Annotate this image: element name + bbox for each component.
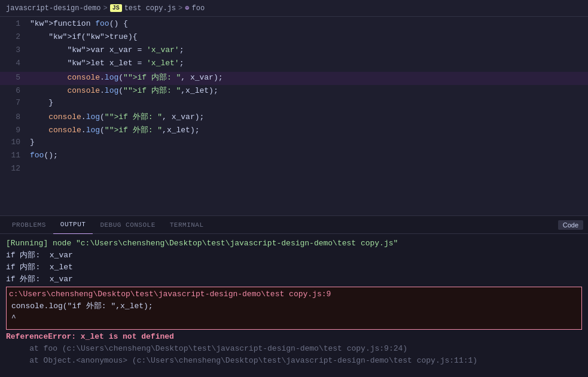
line-number: 4 — [0, 59, 30, 68]
line-number: 9 — [0, 126, 30, 135]
error-path: c:\Users\chensheng\Desktop\test\javascri… — [9, 288, 579, 300]
output-line: [Running] node "c:\Users\chensheng\Deskt… — [6, 238, 582, 250]
code-line: 9 console.log("">if 外部: ",x_let); — [0, 124, 588, 138]
code-line: 12 — [0, 164, 588, 177]
code-line: 10} — [0, 138, 588, 151]
output-line: if 内部: x_var — [6, 250, 582, 262]
line-number: 2 — [0, 32, 30, 41]
line-number: 5 — [0, 73, 30, 82]
panel-tabs: PROBLEMS OUTPUT DEBUG CONSOLE TERMINAL C… — [0, 216, 588, 234]
line-content: foo(); — [30, 151, 588, 160]
line-number: 10 — [0, 138, 30, 147]
line-content: "kw">if("kw">true){ — [30, 32, 588, 41]
code-line: 11foo(); — [0, 151, 588, 164]
line-content: "kw">var x_var = 'x_var'; — [30, 45, 588, 54]
breadcrumb-filename: test copy.js — [124, 4, 176, 13]
output-line: if 外部: x_var — [6, 273, 582, 285]
line-content: "kw">let x_let = 'x_let'; — [30, 59, 588, 68]
line-number: 1 — [0, 19, 30, 28]
line-number: 12 — [0, 164, 30, 173]
tab-debug-console[interactable]: DEBUG CONSOLE — [93, 216, 162, 234]
tab-terminal[interactable]: TERMINAL — [163, 216, 211, 234]
code-line: 2 "kw">if("kw">true){ — [0, 32, 588, 45]
breadcrumb-func: foo — [192, 4, 205, 13]
func-icon: ⊕ — [185, 4, 189, 13]
line-content: } — [30, 138, 588, 147]
line-number: 7 — [0, 98, 30, 107]
tab-output[interactable]: OUTPUT — [53, 216, 93, 234]
line-content: } — [30, 98, 588, 107]
editor-area: 1"kw">function foo() {2 "kw">if("kw">tru… — [0, 17, 588, 215]
error-caret: ^ — [9, 312, 579, 324]
line-number: 6 — [0, 86, 30, 95]
code-line: 4 "kw">let x_let = 'x_let'; — [0, 59, 588, 72]
line-content: console.log("">if 外部: ", x_var); — [30, 111, 588, 122]
code-button[interactable]: Code — [558, 220, 583, 230]
panel-section: PROBLEMS OUTPUT DEBUG CONSOLE TERMINAL C… — [0, 215, 588, 377]
js-badge: JS — [110, 4, 122, 12]
breadcrumb-sep2: > — [178, 4, 182, 13]
line-number: 8 — [0, 113, 30, 121]
line-content: console.log("">if 内部: ",x_let); — [30, 85, 588, 96]
error-block: c:\Users\chensheng\Desktop\test\javascri… — [6, 287, 582, 330]
line-number: 3 — [0, 45, 30, 54]
breadcrumb-sep1: > — [103, 4, 107, 13]
line-content: console.log("">if 外部: ",x_let); — [30, 124, 588, 135]
tab-problems[interactable]: PROBLEMS — [5, 216, 53, 234]
reference-error: ReferenceError: x_let is not defined — [6, 331, 582, 343]
code-line: 3 "kw">var x_var = 'x_var'; — [0, 45, 588, 59]
code-line: 7 } — [0, 98, 588, 111]
line-content: console.log("">if 内部: ", x_var); — [30, 72, 588, 83]
code-line: 6 console.log("">if 内部: ",x_let); — [0, 85, 588, 98]
output-line: if 内部: x_let — [6, 262, 582, 273]
code-line: 1"kw">function foo() { — [0, 19, 588, 32]
stack-trace-line: at Object.<anonymous> (c:\Users\chenshen… — [6, 355, 582, 367]
breadcrumb-project: javascript-design-demo — [6, 4, 100, 13]
line-content: "kw">function foo() { — [30, 19, 588, 28]
code-line: 8 console.log("">if 外部: ", x_var); — [0, 111, 588, 124]
breadcrumb: javascript-design-demo > JS test copy.js… — [0, 0, 588, 17]
line-number: 11 — [0, 151, 30, 160]
stack-trace-line: at foo (c:\Users\chensheng\Desktop\test\… — [6, 343, 582, 355]
error-code-line: console.log("if 外部: ",x_let); — [9, 300, 579, 312]
code-line: 5 console.log("">if 内部: ", x_var); — [0, 72, 588, 85]
code-editor[interactable]: 1"kw">function foo() {2 "kw">if("kw">tru… — [0, 17, 588, 215]
panel-content: [Running] node "c:\Users\chensheng\Deskt… — [0, 234, 588, 377]
